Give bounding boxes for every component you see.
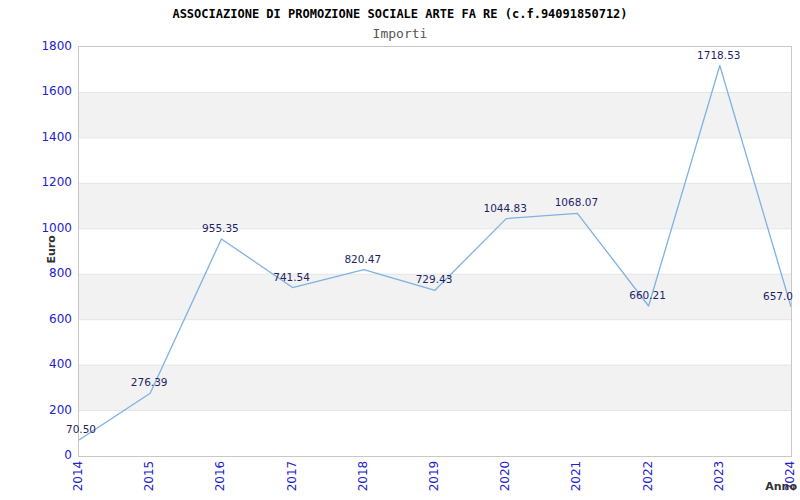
data-label: 955.35 bbox=[180, 222, 260, 234]
plot-band bbox=[79, 229, 791, 274]
chart-title: ASSOCIAZIONE DI PROMOZIONE SOCIALE ARTE … bbox=[0, 7, 800, 21]
x-tick-label: 2018 bbox=[356, 458, 370, 494]
x-tick-label: 2015 bbox=[142, 458, 156, 494]
chart-container: ASSOCIAZIONE DI PROMOZIONE SOCIALE ARTE … bbox=[0, 0, 800, 500]
chart-subtitle: Importi bbox=[0, 26, 800, 41]
y-tick-label: 1600 bbox=[0, 84, 72, 98]
data-label: 657.0 bbox=[738, 290, 800, 302]
plot-band bbox=[79, 138, 791, 183]
x-tick-label: 2020 bbox=[498, 458, 512, 494]
x-tick-label: 2023 bbox=[712, 458, 726, 494]
line-chart-svg bbox=[79, 47, 791, 456]
y-tick-label: 1200 bbox=[0, 175, 72, 189]
x-tick-label: 2022 bbox=[641, 458, 655, 494]
plot-band bbox=[79, 411, 791, 456]
y-tick-label: 400 bbox=[0, 357, 72, 371]
y-axis-title: Euro bbox=[45, 238, 58, 264]
data-label: 1718.53 bbox=[679, 49, 759, 61]
x-tick-label: 2019 bbox=[427, 458, 441, 494]
x-tick-label: 2021 bbox=[569, 458, 583, 494]
data-label: 660.21 bbox=[608, 289, 688, 301]
plot-area bbox=[78, 46, 792, 457]
y-tick-label: 1400 bbox=[0, 130, 72, 144]
data-label: 1044.83 bbox=[465, 202, 545, 214]
data-label: 820.47 bbox=[323, 253, 403, 265]
x-tick-label: 2017 bbox=[285, 458, 299, 494]
y-tick-label: 800 bbox=[0, 266, 72, 280]
data-label: 729.43 bbox=[394, 273, 474, 285]
y-tick-label: 600 bbox=[0, 312, 72, 326]
plot-band bbox=[79, 320, 791, 365]
data-label: 741.54 bbox=[252, 271, 332, 283]
y-tick-label: 0 bbox=[0, 448, 72, 462]
y-tick-label: 1000 bbox=[0, 221, 72, 235]
data-label: 70.50 bbox=[41, 423, 121, 435]
y-tick-label: 1800 bbox=[0, 39, 72, 53]
data-label: 276.39 bbox=[109, 376, 189, 388]
x-tick-label: 2014 bbox=[71, 458, 85, 494]
data-label: 1068.07 bbox=[536, 196, 616, 208]
x-tick-label: 2016 bbox=[213, 458, 227, 494]
plot-band bbox=[79, 92, 791, 137]
x-axis-title: Anno bbox=[765, 480, 797, 493]
y-tick-label: 200 bbox=[0, 403, 72, 417]
